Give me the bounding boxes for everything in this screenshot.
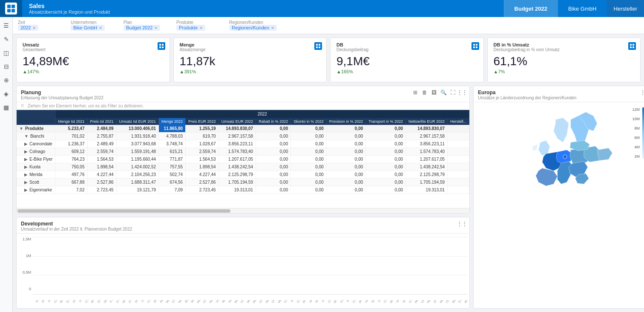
x-label: CS bbox=[53, 300, 58, 303]
bottom-row: Planung Erfassung der Umsatzplanung Budg… bbox=[16, 86, 641, 309]
kpi-subtitle-umsatz: Gesamtwert bbox=[23, 47, 164, 52]
kpi-icon-menge bbox=[314, 42, 322, 50]
svg-rect-1 bbox=[12, 5, 15, 8]
filter-value-produkte[interactable]: Produkte ✕ bbox=[176, 25, 219, 31]
filter-remove-plan[interactable]: ✕ bbox=[154, 26, 158, 30]
kpi-umsatz: Umsatz Gesamtwert 14,89M€ ▲147% bbox=[16, 38, 170, 82]
planning-more-icon[interactable]: ⋮⋮ bbox=[458, 89, 466, 96]
svg-point-20 bbox=[563, 155, 567, 159]
svg-rect-7 bbox=[162, 46, 164, 48]
dev-more-icon[interactable]: ⋮⋮ bbox=[458, 220, 466, 228]
right-panel: Europa Umsätze je Länderzuordnung der Re… bbox=[473, 86, 644, 309]
x-label: VA bbox=[364, 300, 370, 303]
x-label: CS bbox=[84, 300, 89, 303]
kpi-icon-umsatz bbox=[158, 42, 165, 50]
left-panel: Planung Erfassung der Umsatzplanung Budg… bbox=[16, 86, 470, 309]
x-label: VA bbox=[395, 300, 401, 303]
planning-table-container[interactable]: 2022 Menge Ist 2021 Preis Ist 2021 Umsat… bbox=[17, 110, 469, 208]
planning-delete-icon[interactable]: 🗑 bbox=[421, 89, 428, 96]
x-label: NO bbox=[196, 300, 201, 303]
sidebar-edit-icon[interactable]: ✎ bbox=[1, 34, 12, 44]
sidebar-layers-icon[interactable]: ◫ bbox=[1, 48, 12, 58]
kpi-menge: Menge Absatzmenge 11,87k ▲391% bbox=[173, 38, 327, 82]
planning-image-icon[interactable]: 🖼 bbox=[430, 89, 438, 96]
x-label: CH bbox=[432, 300, 438, 303]
filter-value-zeit[interactable]: 2022 ✕ bbox=[18, 25, 60, 31]
logo-icon bbox=[5, 3, 17, 14]
filter-item-zeit: Zeit 2022 ✕ bbox=[18, 20, 60, 31]
kpi-change-db-percent: ▲7% bbox=[494, 69, 635, 74]
x-label: RN bbox=[302, 300, 308, 303]
x-label: CS bbox=[115, 300, 121, 303]
kpi-change-menge: ▲391% bbox=[180, 69, 321, 74]
filter-remove-unternehmen[interactable]: ✕ bbox=[99, 26, 102, 30]
planning-search-icon[interactable]: 🔍 bbox=[440, 89, 447, 96]
filter-value-unternehmen[interactable]: Bike GmbH ✕ bbox=[71, 25, 113, 31]
svg-rect-5 bbox=[162, 44, 164, 46]
col-umsatz-ist: Umsatz Ist EUR 2021 bbox=[116, 118, 159, 125]
sidebar-filter-icon[interactable]: ⊟ bbox=[1, 61, 12, 72]
filter-item-produkte: Produkte Produkte ✕ bbox=[176, 20, 219, 31]
europa-more-icon[interactable]: ⋮⋮ bbox=[641, 89, 644, 96]
development-title: Development bbox=[21, 221, 132, 227]
legend-bar bbox=[642, 107, 644, 159]
tab-budget-2022[interactable]: Budget 2022 bbox=[504, 0, 558, 17]
h-scrollbar[interactable] bbox=[17, 208, 469, 213]
svg-rect-11 bbox=[319, 46, 320, 48]
svg-rect-14 bbox=[473, 46, 475, 48]
x-label: SD bbox=[221, 300, 227, 303]
kpi-change-db: ▲165% bbox=[336, 69, 477, 74]
kpi-value-umsatz: 14,89M€ bbox=[23, 55, 164, 68]
h-scrollbar-thumb[interactable] bbox=[17, 209, 230, 213]
sidebar-menu-icon[interactable]: ☰ bbox=[1, 20, 12, 31]
x-label: SA bbox=[314, 300, 320, 303]
x-label: CH bbox=[96, 300, 102, 303]
kpi-change-umsatz: ▲147% bbox=[23, 69, 164, 74]
sidebar: ☰ ✎ ◫ ⊟ ⊕ ◈ ▦ bbox=[0, 17, 13, 312]
planning-expand-icon[interactable]: ⛶ bbox=[449, 89, 457, 96]
sidebar-chart-icon[interactable]: ◈ bbox=[1, 89, 12, 99]
x-label: AL bbox=[190, 300, 196, 303]
col-provision: Provision in % 2022 bbox=[326, 118, 366, 125]
kpi-value-db-percent: 61,1% bbox=[494, 55, 635, 68]
map-legend: 12M 10M 8M 6M 4M 2M bbox=[632, 107, 644, 159]
europe-map-svg bbox=[474, 104, 644, 275]
col-preis-ist: Preis Ist 2021 bbox=[87, 118, 116, 125]
x-label: NO bbox=[246, 300, 251, 303]
x-label: NO bbox=[426, 300, 432, 303]
planning-grid-icon[interactable]: ⊞ bbox=[411, 89, 419, 96]
x-label: NO bbox=[414, 300, 420, 303]
filter-remove-produkte[interactable]: ✕ bbox=[199, 26, 203, 30]
x-label: IT bbox=[320, 300, 326, 303]
logo-area[interactable] bbox=[0, 0, 22, 17]
chart-y-labels: 1,5M 1M 0,5M 0 bbox=[17, 234, 33, 295]
sidebar-table-icon[interactable]: ▦ bbox=[1, 102, 12, 113]
x-label: NO bbox=[277, 300, 282, 303]
filter-value-regionen[interactable]: Regionen/Kunden ✕ bbox=[229, 25, 277, 31]
x-label: VA bbox=[308, 300, 313, 303]
svg-rect-6 bbox=[159, 46, 161, 48]
x-label: SA bbox=[370, 300, 376, 303]
map-container: 12M 10M 8M 6M 4M 2M bbox=[474, 102, 644, 303]
main-content: Umsatz Gesamtwert 14,89M€ ▲147% Menge Ab… bbox=[13, 34, 644, 312]
planning-header: Planung Erfassung der Umsatzplanung Budg… bbox=[17, 86, 469, 102]
x-label: RN bbox=[463, 300, 468, 303]
col-transport: Transport in % 2022 bbox=[366, 118, 406, 125]
europa-controls: ⋮⋮ bbox=[641, 89, 644, 96]
filter-value-plan[interactable]: Budget 2022 ✕ bbox=[124, 25, 166, 31]
col-header-name bbox=[17, 110, 55, 125]
x-label: NO bbox=[177, 300, 183, 303]
europa-subtitle: Umsätze je Länderzuordnung der Regionen/… bbox=[478, 95, 576, 100]
x-label: CS bbox=[283, 300, 289, 303]
development-controls: ⋮⋮ bbox=[458, 220, 466, 228]
filter-label-zeit: Zeit bbox=[18, 20, 60, 25]
sidebar-globe-icon[interactable]: ⊕ bbox=[1, 75, 12, 85]
col-year-header: 2022 bbox=[55, 110, 469, 118]
filter-remove-zeit[interactable]: ✕ bbox=[32, 26, 36, 30]
tab-bike-gmbh[interactable]: Bike GmbH bbox=[558, 0, 607, 17]
x-label: OT bbox=[65, 300, 71, 303]
x-label: CS bbox=[351, 300, 357, 303]
x-label: CS bbox=[339, 300, 345, 303]
filter-remove-regionen[interactable]: ✕ bbox=[271, 26, 274, 30]
tab-hersteller[interactable]: Hersteller bbox=[607, 0, 644, 17]
